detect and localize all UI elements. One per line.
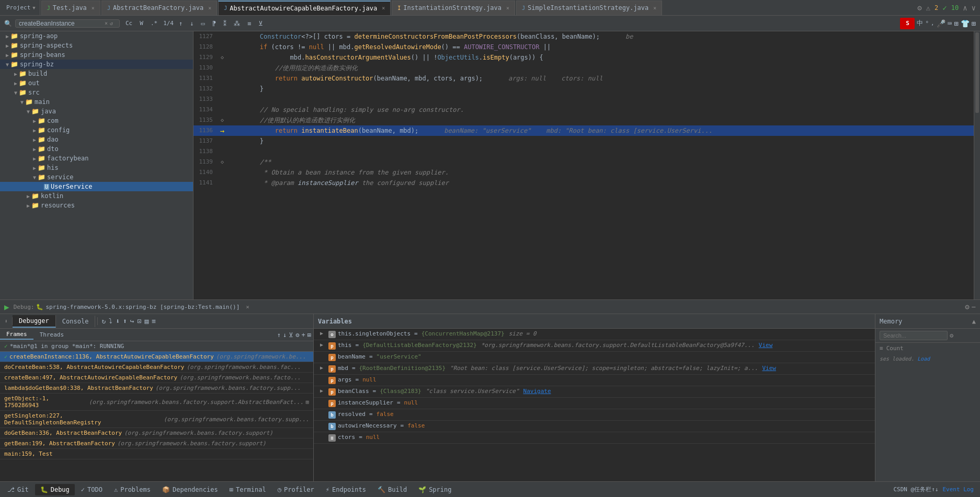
bottom-nav-endpoints[interactable]: ⚡ Endpoints [321,484,371,495]
var-item-instance-supplier[interactable]: p instanceSupplier = null [314,398,875,409]
frame-item-4[interactable]: getObject:-1, 1750286943 (org.springfram… [0,394,313,411]
search-files-btn[interactable]: ▭ [199,19,207,28]
sidebar-item-src[interactable]: ▼ 📁 src [0,88,193,97]
debug-settings-icon[interactable]: ⚙ [965,303,969,311]
var-item-beanclass[interactable]: ▶ p beanClass = {Class@2183} "class serv… [314,386,875,398]
var-item-singleton-objects[interactable]: ▶ o this.singletonObjects = {ConcurrentH… [314,329,875,340]
toolbar-down-icon[interactable]: ∨ [972,4,976,12]
sidebar-item-spring-bz[interactable]: ▼ 📁 spring-bz [0,60,193,69]
frames-down-icon[interactable]: ↓ [283,331,287,339]
search-word-btn[interactable]: W [137,19,146,28]
bottom-nav-debug[interactable]: 🐛 Debug [35,484,75,495]
search-prev-btn[interactable]: ↑ [177,19,185,28]
debug-runtocursor-icon[interactable]: ↪ [129,317,136,325]
frame-item-8[interactable]: main:159, Test [0,449,313,459]
search-case-btn[interactable]: Cc [123,19,135,28]
debug-stepinto-icon[interactable]: ⬇ [114,317,121,325]
debug-evaluate-icon[interactable]: ⊡ [136,317,143,325]
frame-item-6[interactable]: doGetBean:336, AbstractBeanFactory (org.… [0,428,313,438]
tab-instantiation-close[interactable]: × [506,5,509,11]
search-option1-btn[interactable]: ⁋ [210,19,218,28]
tab-abstract-autowire[interactable]: J AbstractAutowireCapableBeanFactory.jav… [218,1,391,15]
tab-test-close[interactable]: × [92,5,95,11]
ime-extra-icon[interactable]: ⊞ [972,19,976,28]
frames-up-icon[interactable]: ↑ [277,331,281,339]
tab-simple-instantiation[interactable]: J SimpleInstantiationStrategy.java × [516,1,662,15]
var-item-autowire-necessary[interactable]: b autowireNecessary = false [314,421,875,432]
debug-step-over-icon[interactable]: ⬇ [4,318,7,324]
debug-rerun-icon[interactable]: ↻ [100,317,107,325]
memory-load-btn[interactable]: Load [917,356,930,362]
memory-gear-icon[interactable]: ⚙ [950,332,953,339]
search-refresh-icon[interactable]: ↺ [110,20,113,26]
sidebar-item-service[interactable]: ▼ 📁 service [0,172,193,182]
search-next-btn[interactable]: ↓ [188,19,196,28]
toolbar-up-icon[interactable]: ∧ [963,4,967,12]
frame-item-1[interactable]: doCreateBean:538, AbstractAutowireCapabl… [0,362,313,373]
memory-search-input[interactable] [880,331,948,340]
ime-grid-icon[interactable]: ⊞ [954,19,958,28]
search-option3-btn[interactable]: ⁂ [232,19,242,28]
sidebar-item-main[interactable]: ▼ 📁 main [0,97,193,107]
debug-session-close-icon[interactable]: × [246,304,249,310]
sidebar-item-spring-beans[interactable]: ▶ 📁 spring-beans [0,50,193,60]
sidebar-item-config[interactable]: ▶ 📁 config [0,125,193,135]
sidebar-item-factorybean[interactable]: ▶ 📁 factorybean [0,154,193,163]
search-regex-btn[interactable]: .* [148,19,160,28]
sidebar-item-java[interactable]: ▼ 📁 java [0,107,193,116]
debug-more-icon[interactable]: ≡ [150,317,157,325]
search-option4-btn[interactable]: ≡ [245,19,253,28]
tab-abstract-bean-close[interactable]: × [208,5,211,11]
bottom-nav-git[interactable]: ⎇ Git [2,484,34,495]
var-link-this[interactable]: View [759,342,773,349]
debug-resume-btn[interactable]: ▶ [4,302,9,312]
sidebar-item-his[interactable]: ▶ 📁 his [0,163,193,172]
frame-item-3[interactable]: lambda$doGetBean$0:338, AbstractBeanFact… [0,383,313,394]
tab-test[interactable]: J Test.java × [41,1,100,15]
tab-instantiation[interactable]: I InstantiationStrategy.java × [392,1,515,15]
tab-abstract-autowire-close[interactable]: × [382,5,385,11]
frames-export-icon[interactable]: ⊞ [307,331,311,339]
debug-stepout-icon[interactable]: ⬆ [121,317,129,325]
var-link-beanclass[interactable]: Navigate [523,388,551,395]
var-item-mbd[interactable]: ▶ p mbd = {RootBeanDefinition@2135} "Roo… [314,363,875,375]
bottom-nav-problems[interactable]: ⚠ Problems [109,484,156,495]
var-item-this[interactable]: ▶ p this = {DefaultListableBeanFactory@2… [314,340,875,352]
frame-item-2[interactable]: createBean:497, AbstractAutowireCapableB… [0,373,313,383]
sidebar-item-spring-aspects[interactable]: ▶ 📁 spring-aspects [0,41,193,50]
frame-expand-icon-4[interactable]: ⊞ [305,399,309,406]
bottom-nav-todo[interactable]: ✓ TODO [76,484,108,495]
bottom-nav-build[interactable]: 🔨 Build [372,484,412,495]
frame-item-5[interactable]: getSingleton:227, DefaultSingletonBeanRe… [0,411,313,428]
frame-item-7[interactable]: getBean:199, AbstractBeanFactory (org.sp… [0,438,313,449]
tab-console[interactable]: Console [56,316,96,327]
right-scrollbar[interactable] [974,31,980,299]
tab-simple-instantiation-close[interactable]: × [653,5,656,11]
sidebar-item-com[interactable]: ▶ 📁 com [0,116,193,125]
sidebar-item-userservice[interactable]: U UserService [0,182,193,191]
subtab-frames[interactable]: Frames [0,330,33,340]
tab-abstract-bean[interactable]: J AbstractBeanFactory.java × [101,1,217,15]
bottom-nav-profiler[interactable]: ◷ Profiler [272,484,320,495]
var-item-ctors[interactable]: ≡ ctors = null [314,432,875,444]
debug-minimize-icon[interactable]: − [972,303,976,311]
debug-stepover-icon[interactable]: ⤵ [107,317,114,325]
tab-debugger[interactable]: Debugger [13,315,56,328]
debug-frames-icon[interactable]: ▤ [143,317,151,325]
sidebar-item-spring-aop[interactable]: ▶ 📁 spring-aop [0,31,193,41]
frames-filter-icon[interactable]: ⊻ [289,331,293,339]
var-link-mbd[interactable]: View [762,365,777,372]
bottom-nav-dependencies[interactable]: 📦 Dependencies [157,484,223,495]
sidebar-item-resources[interactable]: ▶ 📁 resources [0,201,193,210]
bottom-nav-terminal[interactable]: ⊞ Terminal [224,484,271,495]
var-item-beanname[interactable]: p beanName = "userService" [314,352,875,363]
sidebar-item-out[interactable]: ▶ 📁 out [0,78,193,88]
frame-item-0[interactable]: ✓ createBeanInstance:1136, AbstractAutow… [0,352,313,362]
search-filter-btn[interactable]: ⊻ [256,19,265,28]
ime-mic-icon[interactable]: 🎤 [937,19,945,28]
search-input[interactable] [19,20,102,27]
var-item-resolved[interactable]: b resolved = false [314,409,875,421]
memory-expand-icon[interactable]: ▲ [972,318,976,325]
sidebar-item-kotlin[interactable]: ▶ 📁 kotlin [0,191,193,201]
sidebar-item-dao[interactable]: ▶ 📁 dao [0,135,193,144]
